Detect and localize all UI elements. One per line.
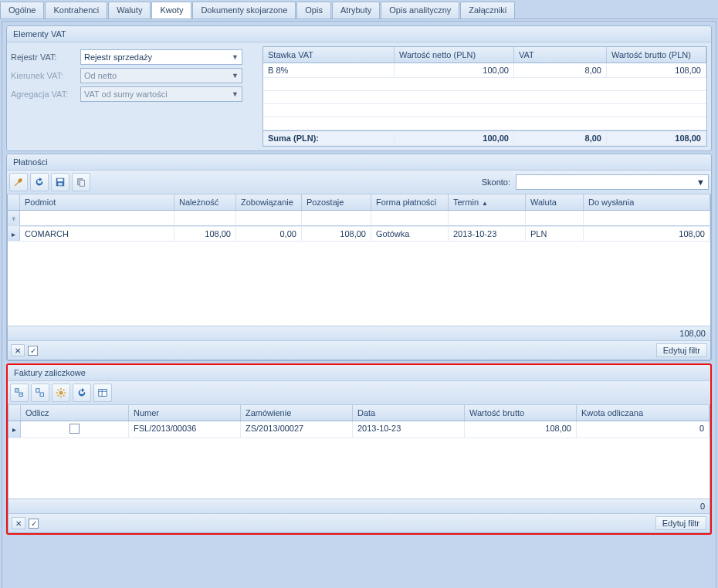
pay-col-currency[interactable]: Waluta	[526, 194, 584, 210]
adv-col-number[interactable]: Numer	[129, 405, 241, 421]
deduct-checkbox[interactable]	[69, 424, 80, 434]
skonto-label: Skonto:	[482, 177, 510, 187]
pay-col-liability[interactable]: Zobowiązanie	[236, 194, 302, 210]
row-indicator: ▸	[8, 227, 20, 241]
wrench-icon	[13, 177, 24, 188]
pay-cell-liability: 0,00	[236, 227, 302, 241]
pay-col-subject[interactable]: Podmiot	[20, 194, 174, 210]
vat-register-label: Rejestr VAT:	[11, 52, 80, 62]
pay-col-term[interactable]: Termin▲	[449, 194, 526, 210]
vat-sum-row: Suma (PLN): 100,00 8,00 108,00	[263, 130, 706, 146]
pay-cell-remaining: 108,00	[302, 227, 371, 241]
adv-col-deduct[interactable]: Odlicz	[21, 405, 129, 421]
row-indicator-header	[8, 194, 20, 210]
adv-cell-deduct[interactable]	[21, 421, 129, 438]
adv-cell-order: ZS/2013/00027	[241, 421, 353, 438]
advance-footer: 0	[8, 498, 710, 513]
vat-register-value: Rejestr sprzedaży	[84, 52, 152, 62]
vat-row[interactable]: B 8% 100,00 8,00 108,00	[263, 63, 706, 78]
adv-col-order[interactable]: Zamówienie	[241, 405, 353, 421]
deselect-all-button[interactable]	[31, 384, 49, 402]
vat-direction-combo: Od netto ▼	[80, 68, 242, 83]
close-filter-button[interactable]: ✕	[11, 344, 25, 357]
vat-aggregation-value: VAT od sumy wartości	[84, 90, 168, 99]
tab-zalaczniki[interactable]: Załączniki	[460, 2, 515, 19]
advance-bottom-bar: ✕ Edytuj filtr	[8, 513, 710, 532]
table-icon	[97, 387, 108, 398]
vat-form: Rejestr VAT: Rejestr sprzedaży ▼ Kierune…	[11, 46, 258, 147]
select-all-button[interactable]	[10, 384, 29, 402]
row-indicator-header	[8, 405, 21, 421]
filter-checkbox[interactable]	[29, 519, 39, 529]
uncheck-all-icon	[35, 387, 46, 398]
tab-ogolne[interactable]: Ogólne	[0, 2, 44, 19]
payments-bottom-bar: ✕ Edytuj filtr	[8, 340, 710, 360]
pay-col-tosend[interactable]: Do wysłania	[584, 194, 710, 210]
pay-cell-term: 2013-10-23	[449, 227, 526, 241]
close-filter-button[interactable]: ✕	[12, 517, 25, 529]
row-indicator: ▸	[8, 421, 21, 438]
advance-row[interactable]: ▸ FSL/2013/00036 ZS/2013/00027 2013-10-2…	[8, 421, 710, 438]
payments-row[interactable]: ▸ COMARCH 108,00 0,00 108,00 Gotówka 201…	[8, 227, 710, 242]
adv-cell-deducted: 0	[577, 421, 710, 438]
refresh-button-2[interactable]	[73, 384, 91, 402]
adv-col-date[interactable]: Data	[353, 405, 465, 421]
vat-aggregation-combo: VAT od sumy wartości ▼	[80, 86, 242, 102]
advance-title: Faktury zaliczkowe	[8, 365, 710, 381]
advance-grid: Odlicz Numer Zamówienie Data Wartość bru…	[8, 405, 710, 533]
disk-icon	[55, 177, 66, 188]
tab-atrybuty[interactable]: Atrybuty	[332, 2, 380, 19]
payments-title: Płatności	[7, 154, 711, 171]
tab-waluty[interactable]: Waluty	[108, 2, 151, 19]
adv-col-gross[interactable]: Wartość brutto	[465, 405, 577, 421]
tab-dokumenty-skojarzone[interactable]: Dokumenty skojarzone	[192, 2, 296, 19]
chevron-down-icon: ▼	[232, 90, 239, 98]
vat-cell-net: 100,00	[395, 63, 514, 77]
table-view-button[interactable]	[93, 384, 112, 402]
edit-filter-button[interactable]: Edytuj filtr	[656, 343, 707, 357]
tab-kwoty[interactable]: Kwoty	[151, 2, 191, 19]
vat-cell-rate: B 8%	[263, 63, 395, 77]
pay-col-due[interactable]: Należność	[174, 194, 236, 210]
tab-kontrahenci[interactable]: Kontrahenci	[45, 2, 107, 19]
svg-rect-2	[58, 183, 62, 186]
pay-cell-subject: COMARCH	[20, 227, 174, 241]
refresh-button[interactable]	[30, 173, 49, 191]
vat-col-vat[interactable]: VAT	[514, 47, 607, 63]
tab-content: Elementy VAT Rejestr VAT: Rejestr sprzed…	[2, 21, 716, 588]
vat-col-net[interactable]: Wartość netto (PLN)	[395, 47, 514, 63]
sort-asc-icon: ▲	[482, 200, 488, 207]
check-all-icon	[14, 387, 25, 398]
advance-toolbar	[8, 381, 710, 405]
skonto-combo[interactable]: ▼	[516, 174, 709, 190]
vat-direction-value: Od netto	[84, 71, 117, 80]
vat-col-gross[interactable]: Wartość brutto (PLN)	[607, 47, 706, 63]
gear-icon	[56, 387, 66, 398]
tab-opis[interactable]: Opis	[296, 2, 331, 19]
pay-cell-form: Gotówka	[371, 227, 449, 241]
window: Ogólne Kontrahenci Waluty Kwoty Dokument…	[0, 0, 718, 588]
save-button[interactable]	[51, 173, 69, 191]
refresh-icon	[34, 177, 45, 188]
edit-filter-button[interactable]: Edytuj filtr	[655, 516, 706, 530]
refresh-icon	[76, 387, 87, 398]
vat-groupbox: Elementy VAT Rejestr VAT: Rejestr sprzed…	[6, 25, 712, 151]
vat-col-rate[interactable]: Stawka VAT	[263, 47, 395, 63]
copy-button[interactable]	[72, 173, 90, 191]
adv-col-deducted[interactable]: Kwota odliczana	[577, 405, 710, 421]
chevron-down-icon: ▼	[232, 72, 239, 79]
copy-icon	[76, 177, 86, 188]
tab-opis-analityczny[interactable]: Opis analityczny	[381, 2, 459, 19]
tab-strip: Ogólne Kontrahenci Waluty Kwoty Dokument…	[0, 0, 718, 19]
filter-checkbox[interactable]	[28, 346, 38, 356]
payments-filter-row[interactable]: ♀	[8, 211, 710, 227]
wrench-button[interactable]	[9, 173, 28, 191]
gear-button[interactable]	[52, 384, 70, 402]
vat-register-combo[interactable]: Rejestr sprzedaży ▼	[80, 49, 242, 65]
svg-rect-8	[40, 393, 43, 396]
pay-col-remaining[interactable]: Pozostaje	[302, 194, 371, 210]
pay-cell-due: 108,00	[174, 227, 236, 241]
pay-cell-currency: PLN	[526, 227, 584, 241]
pay-col-form[interactable]: Forma płatności	[371, 194, 449, 210]
vat-direction-label: Kierunek VAT:	[11, 71, 80, 80]
